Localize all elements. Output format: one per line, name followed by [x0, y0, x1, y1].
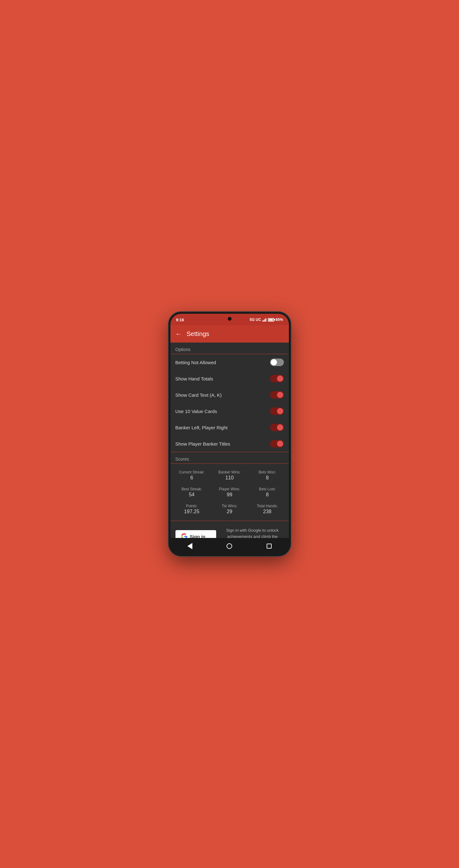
score-bets-won-label: Bets Won: — [259, 470, 276, 474]
google-logo-icon — [181, 533, 188, 538]
camera-notch — [228, 317, 232, 321]
option-titles-label: Show Player Banker Titles — [175, 441, 230, 446]
svg-rect-3 — [266, 318, 267, 321]
bottom-nav — [170, 538, 289, 554]
score-total-hands-value: 238 — [263, 509, 271, 515]
score-best-streak: Best Streak: 54 — [173, 484, 211, 501]
score-bets-won: Bets Won: 8 — [249, 467, 286, 484]
signin-description: Sign in with Google to unlock achievemen… — [221, 527, 284, 538]
toggle-10-value-cards[interactable] — [270, 407, 284, 415]
toggle-betting-not-allowed[interactable] — [270, 359, 284, 366]
options-section-label: Options — [170, 343, 289, 354]
scores-section-label: Scores — [170, 452, 289, 463]
google-signin-label: Sign in — [190, 534, 205, 538]
score-player-wins: Player Wins: 99 — [210, 484, 249, 501]
signal-icon — [262, 318, 267, 321]
option-betting-not-allowed: Betting Not Allowed — [170, 354, 289, 370]
score-tie-wins-label: Tie Wins: — [222, 504, 237, 508]
option-banker-left-label: Banker Left, Player Right — [175, 425, 228, 430]
phone-frame: 9:16 5G UC 85% ← Settings Options — [169, 312, 291, 556]
score-banker-wins-value: 110 — [225, 475, 234, 480]
option-player-banker-titles: Show Player Banker Titles — [170, 436, 289, 452]
option-show-hand-totals: Show Hand Totals — [170, 370, 289, 387]
option-banker-left: Banker Left, Player Right — [170, 419, 289, 436]
back-button[interactable]: ← — [175, 330, 182, 338]
score-bets-lost: Bets Lost: 8 — [249, 484, 286, 501]
score-player-wins-label: Player Wins: — [219, 487, 240, 491]
nav-back-icon[interactable] — [188, 543, 192, 549]
battery-percent: 85% — [276, 317, 283, 322]
nav-recents-icon[interactable] — [267, 544, 271, 549]
status-right: 5G UC 85% — [250, 317, 283, 322]
battery-icon — [268, 318, 274, 321]
score-banker-wins-label: Banker Wins: — [219, 470, 240, 474]
score-points-value: 197.25 — [184, 509, 199, 515]
score-tie-wins-value: 29 — [227, 509, 232, 515]
score-bets-lost-label: Bets Lost: — [259, 487, 276, 491]
toggle-player-banker-titles[interactable] — [270, 440, 284, 447]
score-total-hands: Total Hands: 238 — [249, 501, 286, 518]
nav-home-icon[interactable] — [227, 543, 232, 549]
toggle-banker-left[interactable] — [270, 424, 284, 431]
score-tie-wins: Tie Wins: 29 — [210, 501, 249, 518]
option-use-10-value: Use 10 Value Cards — [170, 403, 289, 419]
google-signin-button[interactable]: Sign in — [175, 530, 216, 538]
score-bets-lost-value: 8 — [266, 492, 269, 498]
toggle-show-card-text[interactable] — [270, 391, 284, 399]
toggle-show-hand-totals[interactable] — [270, 375, 284, 382]
score-banker-wins: Banker Wins: 110 — [210, 467, 249, 484]
score-current-streak-label: Current Streak: — [179, 470, 204, 474]
svg-rect-2 — [264, 319, 265, 321]
status-time: 9:16 — [176, 317, 184, 322]
option-10-value-label: Use 10 Value Cards — [175, 409, 217, 414]
option-betting-label: Betting Not Allowed — [175, 360, 216, 365]
score-best-streak-value: 54 — [189, 492, 195, 498]
score-points-label: Points: — [186, 504, 197, 508]
svg-rect-0 — [262, 321, 263, 321]
score-points: Points: 197.25 — [173, 501, 211, 518]
option-show-card-text: Show Card Text (A, K) — [170, 387, 289, 403]
scores-grid: Current Streak: 6 Banker Wins: 110 Bets … — [170, 464, 289, 521]
app-bar: ← Settings — [170, 325, 289, 343]
signin-section: Sign in Sign in with Google to unlock ac… — [170, 521, 289, 538]
option-card-text-label: Show Card Text (A, K) — [175, 392, 222, 398]
score-current-streak: Current Streak: 6 — [173, 467, 211, 484]
score-current-streak-value: 6 — [190, 475, 193, 480]
page-title: Settings — [187, 330, 209, 338]
content-area: Options Betting Not Allowed Show Hand To… — [170, 343, 289, 538]
svg-rect-1 — [263, 320, 264, 321]
score-best-streak-label: Best Streak: — [181, 487, 202, 491]
status-bar: 9:16 5G UC 85% — [170, 314, 289, 325]
score-player-wins-value: 99 — [227, 492, 232, 498]
network-label: 5G UC — [250, 317, 261, 322]
option-hand-totals-label: Show Hand Totals — [175, 376, 213, 381]
score-total-hands-label: Total Hands: — [257, 504, 278, 508]
score-bets-won-value: 8 — [266, 475, 269, 480]
